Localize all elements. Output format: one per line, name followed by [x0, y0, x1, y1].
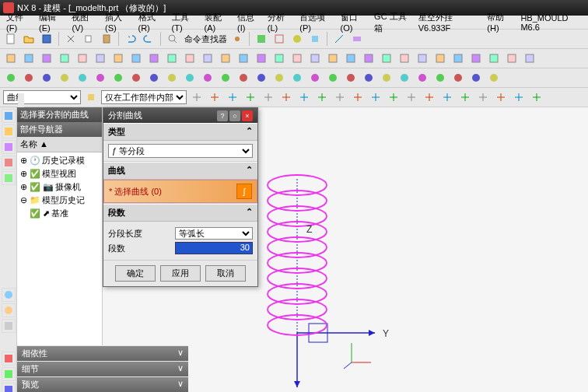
- feature-23-icon[interactable]: [415, 51, 430, 66]
- menu-hbmould[interactable]: HB_MOULD M6.6: [517, 12, 585, 33]
- menu-gc[interactable]: GC 工具箱: [371, 10, 414, 35]
- cut-icon[interactable]: [63, 31, 79, 47]
- op-26-icon[interactable]: [468, 70, 484, 86]
- sel-15-icon[interactable]: [457, 89, 473, 105]
- new-icon[interactable]: [3, 31, 19, 47]
- menu-insert[interactable]: 插入(S): [102, 11, 134, 33]
- copy-icon[interactable]: [81, 31, 96, 47]
- menu-analysis[interactable]: 分析(L): [264, 11, 295, 33]
- op-2-icon[interactable]: [39, 70, 54, 86]
- feature-27-icon[interactable]: [486, 51, 502, 66]
- tool-b-icon[interactable]: [271, 31, 287, 47]
- op-6-icon[interactable]: [110, 70, 126, 86]
- tree-modelview[interactable]: ⊕ ✅ 模型视图: [19, 167, 100, 180]
- op-13-icon[interactable]: [236, 70, 251, 86]
- feature-26-icon[interactable]: [468, 51, 484, 66]
- tool-c-icon[interactable]: [289, 31, 305, 47]
- cancel-button[interactable]: 取消: [205, 265, 246, 282]
- sel-1-icon[interactable]: [207, 89, 222, 105]
- feature-11-icon[interactable]: [200, 51, 215, 66]
- dialog-help-icon[interactable]: ?: [217, 110, 228, 121]
- dialog-close-icon[interactable]: ×: [242, 110, 253, 121]
- op-9-icon[interactable]: [164, 70, 180, 86]
- undo-icon[interactable]: [123, 31, 138, 47]
- sel-16-icon[interactable]: [475, 89, 491, 105]
- menu-assembly[interactable]: 装配(A): [201, 11, 233, 33]
- feature-10-icon[interactable]: [182, 51, 198, 66]
- menu-view[interactable]: 视图(V): [68, 11, 100, 33]
- feature-25-icon[interactable]: [450, 51, 466, 66]
- select-curve-button[interactable]: * 选择曲线 (0) ∫: [103, 180, 257, 203]
- menu-edit[interactable]: 编辑(E): [36, 11, 68, 33]
- op-22-icon[interactable]: [397, 70, 412, 86]
- sel-3-icon[interactable]: [243, 89, 258, 105]
- tree-camera[interactable]: ⊕ ✅ 📷 摄像机: [19, 180, 100, 194]
- nav-tab-2-icon[interactable]: [2, 124, 16, 138]
- op-1-icon[interactable]: [21, 70, 37, 86]
- filter-a-icon[interactable]: [83, 89, 99, 105]
- tree-modelhist[interactable]: ⊖ 📁 模型历史记: [19, 194, 100, 207]
- op-0-icon[interactable]: [3, 70, 19, 86]
- feature-9-icon[interactable]: [164, 51, 180, 66]
- op-7-icon[interactable]: [128, 70, 144, 86]
- sel-2-icon[interactable]: [225, 89, 240, 105]
- sel-14-icon[interactable]: [439, 89, 455, 105]
- sel-12-icon[interactable]: [404, 89, 419, 105]
- panel-deps[interactable]: 相依性∨: [17, 346, 188, 361]
- filter-type-select[interactable]: 曲线: [3, 90, 81, 104]
- nav-tab-5-icon[interactable]: [2, 171, 16, 185]
- op-8-icon[interactable]: [146, 70, 162, 86]
- sel-18-icon[interactable]: [511, 89, 527, 105]
- menu-prefs[interactable]: 首选项(P): [296, 11, 335, 33]
- ok-button[interactable]: 确定: [115, 265, 156, 282]
- feature-28-icon[interactable]: [504, 51, 520, 66]
- filter-scope-select[interactable]: 仅在工作部件内部: [101, 90, 187, 104]
- feature-14-icon[interactable]: [254, 51, 269, 66]
- feature-19-icon[interactable]: [343, 51, 359, 66]
- op-25-icon[interactable]: [450, 70, 466, 86]
- sel-19-icon[interactable]: [529, 89, 544, 105]
- feature-6-icon[interactable]: [110, 51, 126, 66]
- feature-5-icon[interactable]: [93, 51, 108, 66]
- feature-8-icon[interactable]: [146, 51, 162, 66]
- open-icon[interactable]: [21, 31, 37, 47]
- feature-21-icon[interactable]: [379, 51, 394, 66]
- type-select[interactable]: ƒ 等分段: [108, 144, 253, 158]
- select-curve-icon[interactable]: ∫: [236, 184, 252, 199]
- sel-7-icon[interactable]: [314, 89, 330, 105]
- menu-tools[interactable]: 工具(T): [169, 11, 200, 33]
- apply-button[interactable]: 应用: [160, 265, 201, 282]
- feature-20-icon[interactable]: [361, 51, 376, 66]
- menu-format[interactable]: 格式(R): [135, 11, 167, 33]
- feature-29-icon[interactable]: [522, 51, 537, 66]
- feature-22-icon[interactable]: [397, 51, 412, 66]
- menu-info[interactable]: 信息(I): [234, 11, 263, 33]
- op-15-icon[interactable]: [271, 70, 287, 86]
- op-17-icon[interactable]: [307, 70, 323, 86]
- op-12-icon[interactable]: [218, 70, 233, 86]
- feature-7-icon[interactable]: [128, 51, 144, 66]
- tool-d-icon[interactable]: [307, 31, 323, 47]
- nav-tab-3-icon[interactable]: [2, 140, 16, 154]
- feature-2-icon[interactable]: [39, 51, 54, 66]
- feature-16-icon[interactable]: [289, 51, 305, 66]
- nav-tab-7-icon[interactable]: [2, 303, 16, 317]
- nav-tab-4-icon[interactable]: [2, 156, 16, 170]
- feature-12-icon[interactable]: [218, 51, 233, 66]
- op-14-icon[interactable]: [254, 70, 269, 86]
- nav-tab-9-icon[interactable]: [2, 352, 16, 366]
- nav-tab-10-icon[interactable]: [2, 367, 16, 381]
- sel-5-icon[interactable]: [278, 89, 294, 105]
- feature-0-icon[interactable]: [3, 51, 19, 66]
- sel-0-icon[interactable]: [189, 89, 205, 105]
- settings-icon[interactable]: [229, 31, 245, 47]
- sel-6-icon[interactable]: [296, 89, 312, 105]
- section-type-header[interactable]: 类型⌃: [103, 123, 257, 141]
- tool-f-icon[interactable]: [349, 31, 365, 47]
- cmd-finder-icon[interactable]: [165, 31, 180, 47]
- save-icon[interactable]: [39, 31, 54, 47]
- dialog-titlebar[interactable]: 分割曲线 ? ○ ×: [103, 108, 257, 123]
- sel-9-icon[interactable]: [350, 89, 366, 105]
- panel-preview[interactable]: 预览∨: [17, 377, 188, 392]
- tree-datum[interactable]: ✅ ⬈ 基准: [19, 207, 100, 220]
